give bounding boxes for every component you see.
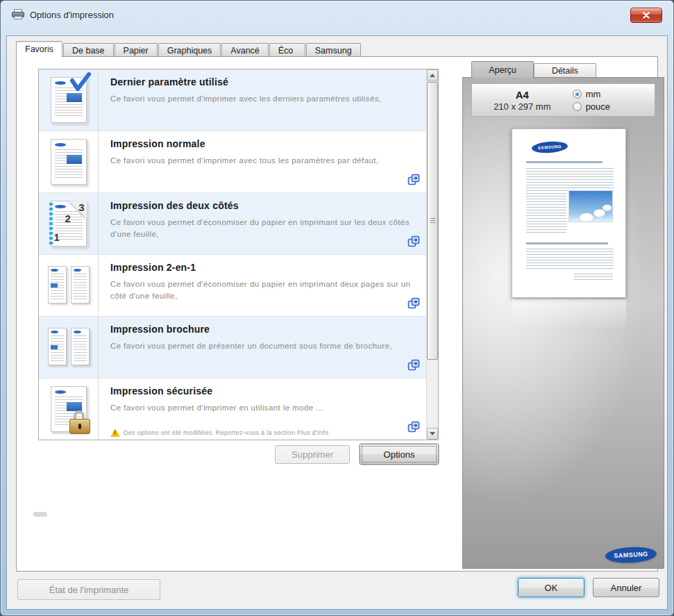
grip-icon xyxy=(430,218,435,223)
print-options-dialog: Options d'impression Favoris De base Pap… xyxy=(0,0,674,616)
thumbnail-normal-print xyxy=(39,131,99,192)
preset-title: Impression des deux côtés xyxy=(110,200,415,211)
tab-favoris[interactable]: Favoris xyxy=(16,41,62,57)
main-tab-strip: Favoris De base Papier Graphiques Avancé… xyxy=(16,41,362,57)
pages-switch-icon[interactable] xyxy=(407,421,420,433)
preset-description: Ce favori vous permet d'économiser du pa… xyxy=(110,217,415,240)
cancel-button[interactable]: Annuler xyxy=(593,578,659,597)
favorites-list: Dernier paramètre utilisé Ce favori vous… xyxy=(38,69,439,440)
tab-avance[interactable]: Avancé xyxy=(221,43,268,57)
preset-description: Ce favori vous permet d'imprimer avec to… xyxy=(110,155,415,167)
preset-description: Ce favori vous permet d'imprimer avec le… xyxy=(110,93,415,105)
list-item-dernier-parametre[interactable]: Dernier paramètre utilisé Ce favori vous… xyxy=(39,69,426,131)
options-button[interactable]: Options xyxy=(360,444,439,465)
ok-button[interactable]: OK xyxy=(518,578,584,597)
thumbnail-last-settings xyxy=(39,69,99,131)
modified-options-warning: Des options ont été modifiées. Reportez-… xyxy=(110,428,330,437)
delete-button[interactable]: Supprimer xyxy=(275,445,350,464)
title-bar[interactable]: Options d'impression xyxy=(1,1,673,35)
preset-description: Ce favori vous permet de présenter un do… xyxy=(110,340,415,352)
paper-name: A4 xyxy=(472,89,573,101)
preset-description: Ce favori vous permet d'économiser du pa… xyxy=(110,278,415,301)
list-item-deux-cotes[interactable]: 3 2 1 Impression des deux côtés Ce favor… xyxy=(39,193,426,255)
tab-apercu[interactable]: Aperçu xyxy=(471,61,534,78)
window-title: Options d'impression xyxy=(30,10,114,20)
thumbnail-booklet xyxy=(39,317,99,378)
pages-switch-icon[interactable] xyxy=(407,174,420,186)
warning-triangle-icon xyxy=(110,428,120,437)
paper-info-bar: A4 210 x 297 mm mm pouce xyxy=(471,83,655,117)
scroll-down-button[interactable] xyxy=(427,428,438,440)
list-item-impression-normale[interactable]: Impression normale Ce favori vous permet… xyxy=(39,131,426,193)
preset-title: Dernier paramètre utilisé xyxy=(110,76,415,88)
list-item-2-en-1[interactable]: Impression 2-en-1 Ce favori vous permet … xyxy=(39,255,426,317)
pages-switch-icon[interactable] xyxy=(407,235,420,248)
unit-selector: mm pouce xyxy=(573,89,610,112)
paper-size: 210 x 297 mm xyxy=(472,101,573,112)
tab-de-base[interactable]: De base xyxy=(63,43,114,57)
sky-photo xyxy=(568,190,613,222)
preset-title: Impression 2-en-1 xyxy=(110,262,415,273)
radio-button-icon xyxy=(573,90,582,99)
lock-icon xyxy=(69,417,90,434)
printer-status-button[interactable]: État de l'imprimante xyxy=(17,579,160,600)
tab-eco[interactable]: Éco xyxy=(269,43,305,57)
samsung-logo-icon: SAMSUNG xyxy=(532,140,568,154)
tab-details[interactable]: Détails xyxy=(534,63,596,78)
close-icon xyxy=(642,12,650,19)
arrow-up-icon xyxy=(430,74,435,77)
close-button[interactable] xyxy=(630,8,662,23)
thumbnail-duplex: 3 2 1 xyxy=(39,193,99,254)
list-item-securisee[interactable]: Impression sécurisée Ce favori vous perm… xyxy=(39,378,426,440)
list-item-brochure[interactable]: Impression brochure Ce favori vous perme… xyxy=(39,317,426,378)
preset-title: Impression brochure xyxy=(110,324,415,335)
pages-switch-icon[interactable] xyxy=(407,359,420,372)
preset-description: Ce favori vous permet d'imprimer en util… xyxy=(110,402,415,414)
check-icon xyxy=(68,72,92,96)
arrow-down-icon xyxy=(430,432,435,435)
printer-icon xyxy=(12,9,24,19)
document-preview: SAMSUNG xyxy=(512,128,626,298)
scroll-up-button[interactable] xyxy=(427,69,438,81)
tab-samsung[interactable]: Samsung xyxy=(306,43,361,57)
radio-button-icon xyxy=(573,102,582,111)
thumbnail-secure xyxy=(39,378,99,440)
list-scrollbar[interactable] xyxy=(426,69,438,440)
samsung-logo-icon: SAMSUNG xyxy=(605,546,657,564)
thumbnail-2up xyxy=(39,255,99,316)
page-reflection xyxy=(512,299,626,328)
stray-dash xyxy=(33,512,47,517)
preset-title: Impression sécurisée xyxy=(110,385,415,397)
favorites-tab-page: Dernier paramètre utilisé Ce favori vous… xyxy=(16,56,658,572)
preview-tab-strip: Aperçu Détails xyxy=(471,61,596,78)
radio-pouce[interactable]: pouce xyxy=(573,101,610,112)
radio-mm[interactable]: mm xyxy=(573,89,610,99)
dialog-client-area: Favoris De base Papier Graphiques Avancé… xyxy=(6,35,668,610)
scrollbar-thumb[interactable] xyxy=(427,82,438,360)
preview-panel: A4 210 x 297 mm mm pouce xyxy=(462,77,664,569)
pages-switch-icon[interactable] xyxy=(407,297,420,310)
tab-graphiques[interactable]: Graphiques xyxy=(158,43,221,57)
preset-title: Impression normale xyxy=(110,138,415,149)
tab-papier[interactable]: Papier xyxy=(115,43,158,57)
